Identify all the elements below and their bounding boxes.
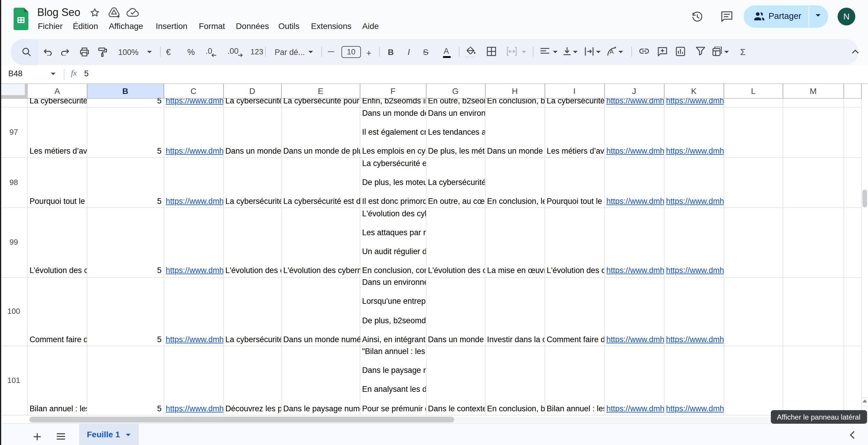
svg-text:A: A <box>610 48 614 55</box>
